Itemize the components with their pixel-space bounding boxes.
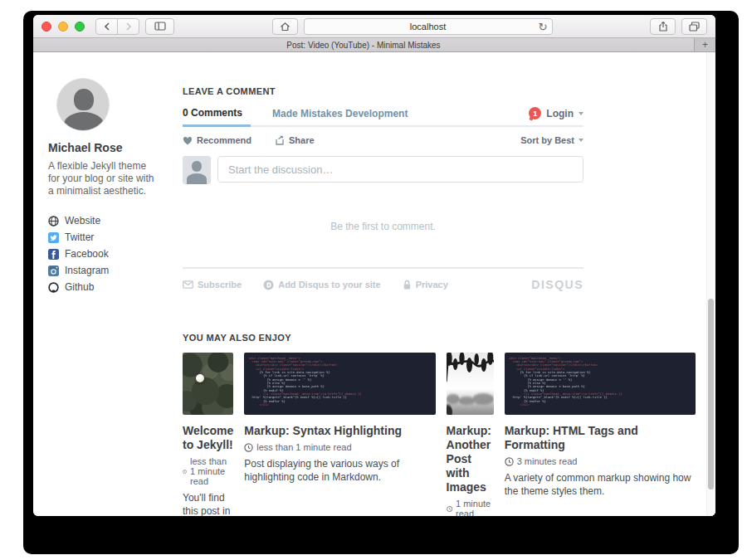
home-button[interactable] [272, 18, 298, 35]
address-bar[interactable]: localhost ↻ [304, 18, 553, 35]
chevron-down-icon [579, 139, 583, 142]
share-arrow-icon [275, 135, 285, 145]
facebook-icon [48, 249, 59, 260]
link-label: Website [65, 215, 100, 226]
add-disqus-link[interactable]: Add Disqus to your site [263, 280, 380, 290]
card-excerpt: Post displaying the various ways of high… [244, 458, 435, 484]
card-title[interactable]: Markup: HTML Tags and Formatting [505, 424, 696, 452]
scrollbar-thumb[interactable] [708, 299, 714, 489]
clock-icon [447, 504, 452, 514]
avatar-silhouette-head [192, 161, 202, 172]
empty-state-message: Be the first to comment. [183, 221, 583, 232]
card-read-time: 1 minute read [447, 499, 494, 516]
avatar [56, 78, 110, 131]
tab-overview-button[interactable] [681, 18, 707, 35]
related-cards: Welcome to Jekyll! less than 1 minute re… [183, 353, 696, 516]
share-thread-button[interactable]: Share [275, 135, 315, 145]
share-label: Share [289, 135, 315, 145]
commenter-avatar [183, 156, 211, 184]
related-card-images[interactable]: Markup: Another Post with Images 1 minut… [447, 353, 494, 516]
card-thumbnail-image[interactable]: <div class="masthead__menu"> <nav id="si… [505, 353, 696, 415]
main-column: LEAVE A COMMENT 0 Comments Made Mistakes… [183, 52, 715, 516]
card-title[interactable]: Markup: Syntax Highlighting [244, 424, 435, 438]
card-read-time: less than 1 minute read [183, 456, 233, 486]
safari-window: localhost ↻ Post: Video (YouTube) - Mini… [33, 15, 715, 516]
tab-comments-count[interactable]: 0 Comments [183, 107, 251, 127]
share-button[interactable] [650, 18, 676, 35]
subscribe-link[interactable]: Subscribe [183, 280, 242, 290]
link-label: Instagram [65, 265, 109, 276]
disqus-tabs-row: 0 Comments Made Mistakes Development 1 L… [183, 107, 583, 127]
reload-icon[interactable]: ↻ [539, 20, 548, 34]
forward-button[interactable] [117, 18, 139, 35]
zoom-window-button[interactable] [75, 22, 85, 32]
chevron-right-icon [124, 22, 133, 32]
comment-input[interactable] [217, 156, 583, 183]
tab-active[interactable]: Post: Video (YouTube) - Minimal Mistakes [33, 38, 694, 51]
clock-icon [183, 467, 187, 476]
related-card-syntax[interactable]: <div class="masthead__menu"> <nav id="si… [244, 353, 435, 516]
disqus-d-icon [263, 280, 274, 290]
read-time-label: less than 1 minute read [190, 456, 233, 486]
sidebar-item-website[interactable]: Website [48, 216, 183, 226]
card-title[interactable]: Welcome to Jekyll! [183, 424, 233, 452]
globe-icon [48, 216, 59, 226]
login-menu[interactable]: 1 Login [529, 107, 583, 125]
sidebar-item-github[interactable]: Github [48, 282, 183, 292]
author-name: Michael Rose [48, 141, 183, 154]
disqus-toolbar: Recommend Share Sort by Best [183, 135, 583, 145]
avatar-silhouette-head [74, 89, 94, 110]
sidebar-item-facebook[interactable]: Facebook [48, 249, 183, 259]
nav-button-group [95, 18, 139, 35]
avatar-silhouette-body [64, 112, 104, 131]
privacy-label: Privacy [416, 280, 448, 290]
link-label: Github [65, 281, 94, 293]
clock-icon [244, 443, 253, 452]
sidebar-item-twitter[interactable]: Twitter [48, 232, 183, 242]
traffic-lights [42, 22, 85, 32]
heart-icon [183, 136, 193, 145]
close-window-button[interactable] [42, 22, 51, 32]
sort-menu[interactable]: Sort by Best [520, 135, 583, 145]
related-card-welcome[interactable]: Welcome to Jekyll! less than 1 minute re… [183, 353, 233, 516]
privacy-link[interactable]: Privacy [403, 280, 448, 290]
notification-badge[interactable]: 1 [529, 107, 541, 119]
page-content: Michael Rose A flexible Jekyll theme for… [33, 52, 715, 516]
disqus-logo[interactable]: DISQUS [531, 278, 583, 291]
new-tab-button[interactable]: + [694, 38, 715, 51]
minimize-window-button[interactable] [58, 22, 68, 32]
card-excerpt: You'll find this post in your _posts dir… [183, 492, 233, 516]
related-card-html-tags[interactable]: <div class="masthead__menu"> <nav id="si… [505, 353, 696, 516]
instagram-icon [48, 265, 59, 276]
read-time-label: 1 minute read [456, 499, 494, 516]
sidebar-toggle-button[interactable] [145, 18, 174, 35]
foggy-landscape-image [447, 353, 494, 415]
avatar-silhouette-body [187, 173, 207, 184]
envelope-icon [183, 280, 193, 289]
add-disqus-label: Add Disqus to your site [278, 280, 380, 290]
card-thumbnail-image[interactable] [447, 353, 494, 415]
chevron-left-icon [103, 22, 111, 32]
community-link[interactable]: Made Mistakes Development [272, 108, 408, 125]
card-excerpt: A variety of common markup showing how t… [505, 472, 696, 498]
pearl-decoration [196, 374, 204, 382]
back-button[interactable] [95, 18, 118, 35]
chevron-down-icon [579, 112, 583, 115]
card-read-time: less than 1 minute read [244, 442, 435, 452]
share-icon [658, 21, 668, 32]
card-thumbnail-image[interactable] [183, 353, 233, 415]
card-thumbnail-image[interactable]: <div class="masthead__menu"> <nav id="si… [244, 353, 435, 415]
twitter-icon [48, 232, 59, 243]
url-text: localhost [410, 22, 446, 32]
related-heading: YOU MAY ALSO ENJOY [183, 333, 696, 343]
author-bio: A flexible Jekyll theme for your blog or… [48, 160, 156, 197]
github-icon [48, 282, 59, 293]
sidebar-item-instagram[interactable]: Instagram [48, 265, 183, 275]
disqus-footer: Subscribe Add Disqus to your site Privac… [183, 267, 583, 291]
author-sidebar: Michael Rose A flexible Jekyll theme for… [33, 52, 183, 516]
code-lines: <div class="masthead__menu"> <nav id="si… [509, 356, 691, 407]
comments-heading: LEAVE A COMMENT [183, 86, 583, 96]
recommend-button[interactable]: Recommend [183, 135, 251, 145]
card-title[interactable]: Markup: Another Post with Images [447, 424, 494, 494]
lock-icon [403, 280, 412, 290]
